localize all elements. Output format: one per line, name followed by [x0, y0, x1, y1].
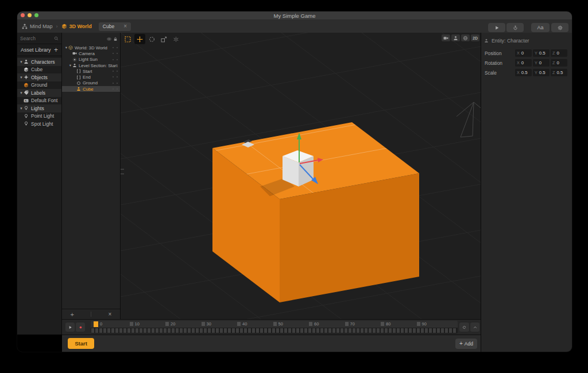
move-tool-button[interactable] — [134, 34, 145, 44]
node-end[interactable]: End — [62, 74, 120, 80]
timeline-marker[interactable]: 90 — [417, 321, 453, 327]
timeline-marker[interactable]: 20 — [165, 321, 202, 327]
lock-icon[interactable] — [113, 37, 118, 41]
node-toggles[interactable] — [113, 76, 118, 77]
toggle-2d-button[interactable]: 2D — [471, 34, 479, 41]
timeline-marker[interactable]: 40 — [237, 321, 273, 327]
row-label: Position — [485, 50, 515, 56]
asset-cube[interactable]: Cube — [17, 66, 61, 74]
eye-icon[interactable] — [107, 37, 111, 41]
node-toggles[interactable] — [113, 47, 118, 48]
node-toggles[interactable] — [113, 65, 118, 66]
text-style-button[interactable]: Aa — [531, 23, 550, 32]
marker-square[interactable] — [417, 322, 420, 326]
timeline-marker[interactable]: 30 — [202, 321, 238, 327]
timeline-marker[interactable]: 0 — [94, 321, 130, 327]
asset-default-font[interactable]: Default Font — [17, 97, 61, 105]
y-field[interactable]: Y0 — [533, 59, 550, 67]
asset-objects-category[interactable]: ▾ Objects — [17, 73, 61, 81]
marker-square[interactable] — [345, 322, 349, 326]
node-ground[interactable]: Ground — [62, 80, 120, 86]
timeline-record-button[interactable] — [76, 323, 85, 332]
node-toggles[interactable] — [113, 59, 118, 60]
3d-scene[interactable] — [121, 33, 481, 319]
timeline-marker[interactable]: 70 — [345, 321, 381, 327]
loop-button[interactable] — [459, 323, 469, 332]
marker-square[interactable] — [94, 321, 98, 327]
marker-square[interactable] — [273, 322, 277, 326]
publish-button[interactable] — [506, 23, 524, 32]
focus-character-button[interactable] — [451, 34, 460, 41]
node-level-section-start[interactable]: ▾ Level Section: Start — [62, 63, 120, 68]
asset-point-light[interactable]: Point Light — [17, 112, 61, 121]
z-field[interactable]: Z0 — [551, 59, 567, 67]
rotate-tool-button[interactable] — [146, 34, 157, 44]
y-field[interactable]: Y0.5 — [533, 69, 550, 76]
node-world[interactable]: ▾ World: 3D World — [62, 45, 120, 50]
search-input[interactable] — [20, 36, 52, 41]
chevron-down-icon[interactable]: ▾ — [19, 91, 24, 95]
asset-spot-light[interactable]: Spot Light — [17, 120, 61, 128]
marker-square[interactable] — [130, 322, 133, 326]
delete-node-button[interactable]: × — [109, 311, 112, 317]
node-toggles[interactable] — [113, 83, 118, 84]
marker-square[interactable] — [237, 322, 241, 326]
node-toggles[interactable] — [113, 88, 118, 90]
add-asset-button[interactable]: + — [54, 46, 58, 53]
x-field[interactable]: X0.5 — [515, 69, 532, 76]
node-light-sun[interactable]: Light Sun — [62, 57, 120, 63]
camera-view-button[interactable] — [442, 34, 450, 41]
node-start[interactable]: Start — [62, 68, 120, 74]
asset-lights-category[interactable]: ▾ Lights — [17, 104, 61, 112]
node-toggles[interactable] — [113, 53, 118, 54]
timeline-marker[interactable]: 10 — [130, 321, 166, 327]
chevron-down-icon[interactable]: ▾ — [19, 60, 24, 64]
snap-tool-button[interactable] — [171, 34, 181, 44]
breadcrumb-3d-world[interactable]: 3D World — [69, 24, 92, 29]
node-camera[interactable]: Camera — [62, 50, 120, 56]
timeline-ticks[interactable] — [91, 328, 457, 333]
viewport[interactable]: 2D — [121, 33, 481, 319]
start-button[interactable]: Start — [68, 338, 94, 349]
z-field[interactable]: Z0 — [551, 49, 567, 57]
asset-labels-category[interactable]: ▾ Labels — [17, 89, 61, 97]
chevron-down-icon[interactable]: ▾ — [68, 63, 72, 68]
row-label: Scale — [485, 70, 515, 76]
y-field[interactable]: Y0.5 — [533, 49, 550, 57]
timeline-marker[interactable]: 50 — [273, 321, 310, 327]
marker-square[interactable] — [165, 322, 169, 326]
globe-view-button[interactable] — [461, 34, 470, 41]
marker-square[interactable] — [309, 322, 312, 326]
add-node-button[interactable]: + — [71, 311, 74, 318]
asset-ground[interactable]: Ground — [17, 81, 61, 90]
settings-button[interactable] — [551, 23, 568, 32]
tab-close-icon[interactable]: × — [123, 24, 127, 29]
run-button[interactable] — [488, 23, 505, 32]
collapse-timeline-button[interactable] — [470, 323, 479, 332]
marker-square[interactable] — [202, 322, 205, 326]
x-value: 0.5 — [521, 70, 528, 75]
z-field[interactable]: Z0.5 — [551, 69, 567, 76]
tab-cube[interactable]: Cube × — [99, 22, 131, 31]
scale-tool-button[interactable] — [158, 34, 169, 44]
select-tool-button[interactable] — [122, 34, 133, 44]
breadcrumb-mind-map[interactable]: Mind Map — [30, 24, 53, 29]
chevron-down-icon[interactable]: ▾ — [19, 75, 24, 80]
camera-frustum[interactable] — [457, 102, 481, 137]
chevron-down-icon[interactable]: ▾ — [19, 106, 24, 111]
x-field[interactable]: X0 — [515, 59, 532, 67]
character-cube[interactable] — [283, 150, 314, 187]
asset-characters-category[interactable]: ▾ Characters — [17, 58, 61, 66]
node-toggles[interactable] — [113, 71, 118, 72]
timeline-marker[interactable]: 60 — [309, 321, 345, 327]
timeline-play-button[interactable] — [65, 323, 75, 332]
chevron-down-icon[interactable]: ▾ — [64, 45, 68, 50]
x-field[interactable]: X0 — [515, 49, 532, 57]
inspector-panel: Entity: Character Position X0 Y0.5 Z0 Ro… — [481, 33, 572, 352]
node-cube[interactable]: Cube — [62, 86, 120, 92]
timeline-ruler[interactable]: 0 10 20 30 40 50 60 — [91, 321, 458, 333]
marker-square[interactable] — [381, 322, 384, 326]
add-button[interactable]: + Add — [455, 339, 477, 349]
timeline-marker[interactable]: 80 — [381, 321, 417, 327]
marker-number: 90 — [422, 321, 427, 327]
